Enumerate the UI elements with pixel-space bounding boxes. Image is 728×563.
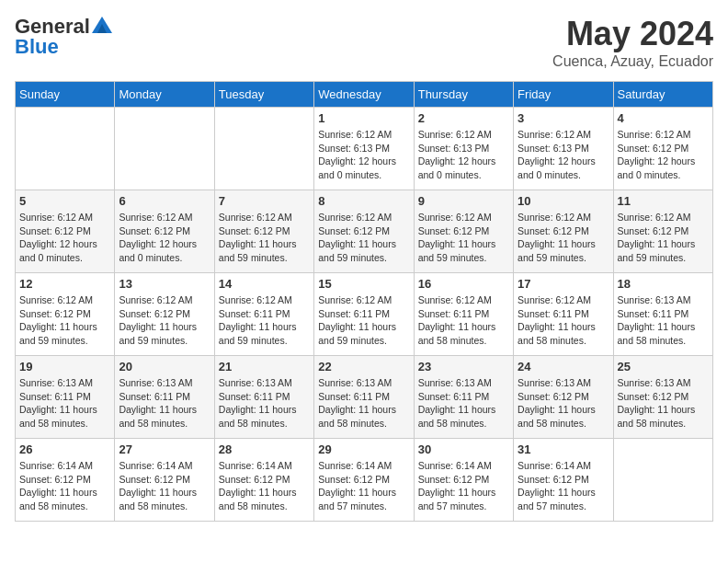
day-number: 27 <box>119 442 210 456</box>
day-header-monday: Monday <box>115 82 214 108</box>
day-number: 26 <box>19 442 110 456</box>
calendar-cell: 8Sunrise: 6:12 AM Sunset: 6:12 PM Daylig… <box>314 190 414 273</box>
day-info: Sunrise: 6:12 AM Sunset: 6:12 PM Dayligh… <box>318 211 409 265</box>
calendar-cell <box>16 108 115 190</box>
day-info: Sunrise: 6:12 AM Sunset: 6:12 PM Dayligh… <box>418 211 509 265</box>
day-number: 29 <box>318 442 409 456</box>
day-info: Sunrise: 6:14 AM Sunset: 6:12 PM Dayligh… <box>19 459 110 513</box>
day-header-thursday: Thursday <box>414 82 513 108</box>
day-number: 25 <box>618 360 709 373</box>
day-info: Sunrise: 6:13 AM Sunset: 6:11 PM Dayligh… <box>219 376 310 431</box>
day-header-wednesday: Wednesday <box>314 82 414 108</box>
calendar-cell: 19Sunrise: 6:13 AM Sunset: 6:11 PM Dayli… <box>16 356 115 439</box>
day-info: Sunrise: 6:12 AM Sunset: 6:13 PM Dayligh… <box>418 128 509 182</box>
day-number: 7 <box>219 194 310 208</box>
logo-blue-text: Blue <box>15 35 59 59</box>
day-info: Sunrise: 6:12 AM Sunset: 6:12 PM Dayligh… <box>19 211 110 265</box>
day-header-friday: Friday <box>514 82 613 108</box>
calendar-cell <box>214 108 313 190</box>
day-number: 20 <box>119 360 210 373</box>
calendar-week-1: 1Sunrise: 6:12 AM Sunset: 6:13 PM Daylig… <box>16 108 713 190</box>
day-number: 24 <box>518 360 609 373</box>
day-number: 3 <box>518 111 609 125</box>
day-number: 12 <box>19 277 110 291</box>
day-info: Sunrise: 6:12 AM Sunset: 6:12 PM Dayligh… <box>19 293 110 348</box>
calendar-cell: 12Sunrise: 6:12 AM Sunset: 6:12 PM Dayli… <box>16 273 115 356</box>
calendar-cell: 9Sunrise: 6:12 AM Sunset: 6:12 PM Daylig… <box>414 190 513 273</box>
calendar-cell: 10Sunrise: 6:12 AM Sunset: 6:12 PM Dayli… <box>514 190 613 273</box>
calendar-cell: 25Sunrise: 6:13 AM Sunset: 6:12 PM Dayli… <box>613 356 712 439</box>
location-title: Cuenca, Azuay, Ecuador <box>552 53 713 70</box>
calendar-cell: 6Sunrise: 6:12 AM Sunset: 6:12 PM Daylig… <box>115 190 214 273</box>
month-title: May 2024 <box>552 15 713 53</box>
day-number: 28 <box>219 442 310 456</box>
day-info: Sunrise: 6:13 AM Sunset: 6:12 PM Dayligh… <box>518 376 609 431</box>
day-info: Sunrise: 6:13 AM Sunset: 6:12 PM Dayligh… <box>618 376 709 431</box>
day-info: Sunrise: 6:13 AM Sunset: 6:11 PM Dayligh… <box>618 293 709 348</box>
calendar-cell: 15Sunrise: 6:12 AM Sunset: 6:11 PM Dayli… <box>314 273 414 356</box>
logo: General Blue <box>15 15 112 59</box>
calendar-cell: 23Sunrise: 6:13 AM Sunset: 6:11 PM Dayli… <box>414 356 513 439</box>
day-number: 18 <box>618 277 709 291</box>
day-number: 23 <box>418 360 509 373</box>
calendar-cell: 14Sunrise: 6:12 AM Sunset: 6:11 PM Dayli… <box>214 273 313 356</box>
day-info: Sunrise: 6:12 AM Sunset: 6:12 PM Dayligh… <box>618 211 709 265</box>
calendar-cell: 30Sunrise: 6:14 AM Sunset: 6:12 PM Dayli… <box>414 439 513 522</box>
calendar-cell: 16Sunrise: 6:12 AM Sunset: 6:11 PM Dayli… <box>414 273 513 356</box>
day-number: 10 <box>518 194 609 208</box>
day-number: 22 <box>318 360 409 373</box>
day-header-tuesday: Tuesday <box>214 82 313 108</box>
calendar-cell: 28Sunrise: 6:14 AM Sunset: 6:12 PM Dayli… <box>214 439 313 522</box>
day-info: Sunrise: 6:12 AM Sunset: 6:11 PM Dayligh… <box>518 293 609 348</box>
day-info: Sunrise: 6:13 AM Sunset: 6:11 PM Dayligh… <box>19 376 110 431</box>
day-info: Sunrise: 6:12 AM Sunset: 6:12 PM Dayligh… <box>119 293 210 348</box>
calendar-cell: 22Sunrise: 6:13 AM Sunset: 6:11 PM Dayli… <box>314 356 414 439</box>
calendar-cell <box>613 439 712 522</box>
day-info: Sunrise: 6:14 AM Sunset: 6:12 PM Dayligh… <box>318 459 409 513</box>
day-info: Sunrise: 6:14 AM Sunset: 6:12 PM Dayligh… <box>518 459 609 513</box>
day-info: Sunrise: 6:12 AM Sunset: 6:13 PM Dayligh… <box>318 128 409 182</box>
logo-icon <box>92 17 112 33</box>
calendar-cell <box>115 108 214 190</box>
day-number: 11 <box>618 194 709 208</box>
day-number: 1 <box>318 111 409 125</box>
day-info: Sunrise: 6:14 AM Sunset: 6:12 PM Dayligh… <box>418 459 509 513</box>
day-number: 9 <box>418 194 509 208</box>
day-info: Sunrise: 6:12 AM Sunset: 6:11 PM Dayligh… <box>318 293 409 348</box>
day-number: 14 <box>219 277 310 291</box>
calendar-cell: 26Sunrise: 6:14 AM Sunset: 6:12 PM Dayli… <box>16 439 115 522</box>
title-area: May 2024 Cuenca, Azuay, Ecuador <box>552 15 713 70</box>
header-row: SundayMondayTuesdayWednesdayThursdayFrid… <box>16 82 713 108</box>
calendar-week-2: 5Sunrise: 6:12 AM Sunset: 6:12 PM Daylig… <box>16 190 713 273</box>
calendar-cell: 18Sunrise: 6:13 AM Sunset: 6:11 PM Dayli… <box>613 273 712 356</box>
calendar-cell: 11Sunrise: 6:12 AM Sunset: 6:12 PM Dayli… <box>613 190 712 273</box>
day-info: Sunrise: 6:12 AM Sunset: 6:13 PM Dayligh… <box>518 128 609 182</box>
day-number: 17 <box>518 277 609 291</box>
day-header-saturday: Saturday <box>613 82 712 108</box>
calendar-cell: 2Sunrise: 6:12 AM Sunset: 6:13 PM Daylig… <box>414 108 513 190</box>
day-info: Sunrise: 6:12 AM Sunset: 6:11 PM Dayligh… <box>418 293 509 348</box>
calendar-cell: 24Sunrise: 6:13 AM Sunset: 6:12 PM Dayli… <box>514 356 613 439</box>
day-number: 21 <box>219 360 310 373</box>
day-number: 2 <box>418 111 509 125</box>
day-number: 4 <box>618 111 709 125</box>
day-info: Sunrise: 6:12 AM Sunset: 6:11 PM Dayligh… <box>219 293 310 348</box>
day-info: Sunrise: 6:12 AM Sunset: 6:12 PM Dayligh… <box>119 211 210 265</box>
day-info: Sunrise: 6:12 AM Sunset: 6:12 PM Dayligh… <box>618 128 709 182</box>
calendar-cell: 4Sunrise: 6:12 AM Sunset: 6:12 PM Daylig… <box>613 108 712 190</box>
day-info: Sunrise: 6:13 AM Sunset: 6:11 PM Dayligh… <box>119 376 210 431</box>
day-number: 5 <box>19 194 110 208</box>
day-number: 8 <box>318 194 409 208</box>
calendar-cell: 5Sunrise: 6:12 AM Sunset: 6:12 PM Daylig… <box>16 190 115 273</box>
day-info: Sunrise: 6:12 AM Sunset: 6:12 PM Dayligh… <box>219 211 310 265</box>
calendar-cell: 20Sunrise: 6:13 AM Sunset: 6:11 PM Dayli… <box>115 356 214 439</box>
calendar-cell: 29Sunrise: 6:14 AM Sunset: 6:12 PM Dayli… <box>314 439 414 522</box>
calendar-table: SundayMondayTuesdayWednesdayThursdayFrid… <box>15 81 713 522</box>
day-info: Sunrise: 6:14 AM Sunset: 6:12 PM Dayligh… <box>119 459 210 513</box>
day-info: Sunrise: 6:13 AM Sunset: 6:11 PM Dayligh… <box>318 376 409 431</box>
calendar-cell: 7Sunrise: 6:12 AM Sunset: 6:12 PM Daylig… <box>214 190 313 273</box>
day-number: 30 <box>418 442 509 456</box>
calendar-cell: 1Sunrise: 6:12 AM Sunset: 6:13 PM Daylig… <box>314 108 414 190</box>
day-info: Sunrise: 6:13 AM Sunset: 6:11 PM Dayligh… <box>418 376 509 431</box>
day-header-sunday: Sunday <box>16 82 115 108</box>
